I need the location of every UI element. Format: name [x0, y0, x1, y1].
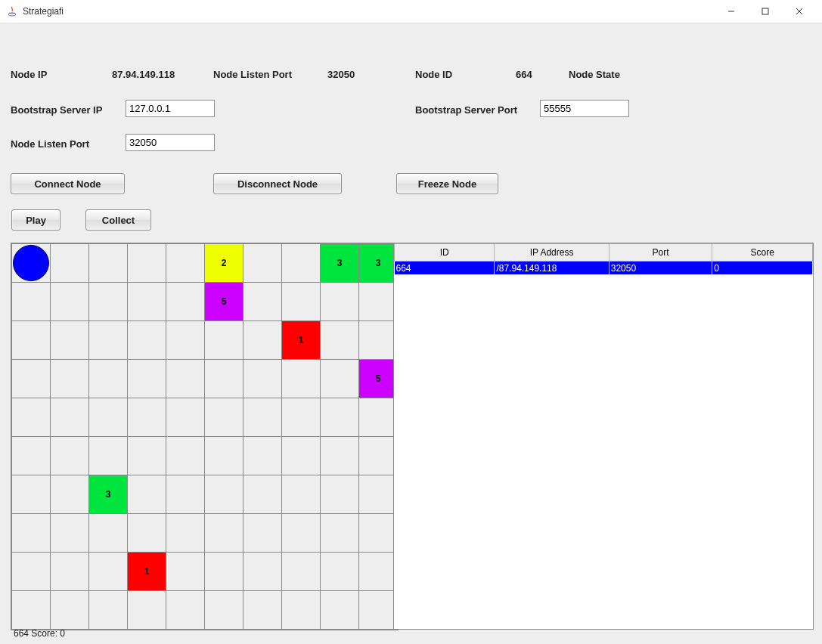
- grid-cell-value[interactable]: 2: [205, 244, 243, 283]
- grid-cell[interactable]: [12, 283, 51, 321]
- grid-cell[interactable]: [89, 244, 128, 283]
- grid-cell[interactable]: [243, 514, 282, 553]
- grid-cell[interactable]: [282, 514, 321, 553]
- grid-cell[interactable]: [128, 514, 166, 553]
- table-row[interactable]: 664/87.94.149.118320500: [395, 262, 813, 275]
- grid-cell[interactable]: [12, 398, 51, 437]
- grid-cell[interactable]: [243, 591, 282, 630]
- grid-cell[interactable]: [12, 360, 51, 398]
- table-header[interactable]: Score: [712, 244, 813, 262]
- grid-cell[interactable]: [128, 475, 166, 514]
- grid-cell[interactable]: [205, 475, 243, 514]
- grid-cell[interactable]: [282, 360, 321, 398]
- grid-cell[interactable]: [128, 398, 166, 437]
- grid-cell[interactable]: [12, 244, 51, 283]
- grid-cell[interactable]: [321, 591, 359, 630]
- minimize-button[interactable]: [714, 1, 748, 23]
- grid-cell[interactable]: [51, 553, 89, 591]
- grid-cell-value[interactable]: 1: [128, 553, 166, 591]
- grid-cell[interactable]: [282, 553, 321, 591]
- grid-cell[interactable]: [128, 244, 166, 283]
- table-header[interactable]: ID: [395, 244, 495, 262]
- collect-button[interactable]: Collect: [85, 209, 151, 231]
- close-button[interactable]: [782, 1, 816, 23]
- grid-cell[interactable]: [166, 514, 205, 553]
- grid-cell[interactable]: [166, 283, 205, 321]
- grid-cell[interactable]: [51, 244, 89, 283]
- grid-cell[interactable]: [205, 553, 243, 591]
- grid-cell[interactable]: [51, 475, 89, 514]
- table-header[interactable]: Port: [609, 244, 712, 262]
- grid-cell[interactable]: [359, 321, 398, 360]
- grid-cell[interactable]: [89, 398, 128, 437]
- grid-cell[interactable]: [243, 244, 282, 283]
- grid-cell[interactable]: [321, 514, 359, 553]
- grid-cell[interactable]: [321, 360, 359, 398]
- grid-cell-value[interactable]: 3: [89, 475, 128, 514]
- grid-cell[interactable]: [51, 398, 89, 437]
- grid-cell[interactable]: [128, 283, 166, 321]
- grid-cell[interactable]: [321, 321, 359, 360]
- grid-cell[interactable]: [321, 553, 359, 591]
- grid-cell[interactable]: [51, 437, 89, 475]
- grid-cell-value[interactable]: 3: [321, 244, 359, 283]
- bootstrap-server-ip-input[interactable]: [126, 100, 215, 117]
- grid-cell[interactable]: [12, 553, 51, 591]
- grid-cell[interactable]: [89, 514, 128, 553]
- grid-cell[interactable]: [243, 283, 282, 321]
- grid-cell[interactable]: [89, 437, 128, 475]
- grid-cell[interactable]: [89, 553, 128, 591]
- grid-cell[interactable]: [89, 591, 128, 630]
- grid-cell[interactable]: [321, 398, 359, 437]
- grid-cell[interactable]: [321, 283, 359, 321]
- grid-cell[interactable]: [282, 475, 321, 514]
- grid-cell[interactable]: [166, 475, 205, 514]
- grid-cell[interactable]: [205, 398, 243, 437]
- connect-node-button[interactable]: Connect Node: [11, 173, 125, 194]
- peer-table[interactable]: IDIP AddressPortScore 664/87.94.149.1183…: [393, 243, 814, 630]
- grid-cell[interactable]: [166, 360, 205, 398]
- grid-cell[interactable]: [128, 360, 166, 398]
- grid-cell[interactable]: [12, 321, 51, 360]
- grid-cell[interactable]: [282, 398, 321, 437]
- grid-cell[interactable]: [128, 321, 166, 360]
- grid-cell[interactable]: [51, 360, 89, 398]
- grid-cell[interactable]: [166, 321, 205, 360]
- grid-cell[interactable]: [205, 591, 243, 630]
- grid-cell[interactable]: [51, 283, 89, 321]
- grid-cell[interactable]: [282, 591, 321, 630]
- grid-cell[interactable]: [205, 514, 243, 553]
- grid-cell[interactable]: [243, 321, 282, 360]
- grid-cell[interactable]: [282, 283, 321, 321]
- grid-cell[interactable]: [359, 475, 398, 514]
- disconnect-node-button[interactable]: Disconnect Node: [213, 173, 342, 194]
- grid-cell[interactable]: [359, 437, 398, 475]
- grid-cell[interactable]: [243, 475, 282, 514]
- grid-cell[interactable]: [166, 553, 205, 591]
- grid-cell[interactable]: [359, 514, 398, 553]
- play-button[interactable]: Play: [11, 209, 60, 231]
- grid-cell[interactable]: [243, 360, 282, 398]
- grid-cell[interactable]: [243, 437, 282, 475]
- grid-cell[interactable]: [243, 398, 282, 437]
- table-header[interactable]: IP Address: [495, 244, 609, 262]
- grid-cell[interactable]: [166, 591, 205, 630]
- node-listen-port-input[interactable]: [126, 134, 215, 151]
- grid-cell[interactable]: [321, 475, 359, 514]
- grid-cell[interactable]: [51, 591, 89, 630]
- grid-cell[interactable]: [51, 514, 89, 553]
- grid-cell[interactable]: [282, 244, 321, 283]
- grid-cell[interactable]: [89, 360, 128, 398]
- grid-cell[interactable]: [128, 437, 166, 475]
- grid-cell-value[interactable]: 5: [359, 360, 398, 398]
- grid-cell-value[interactable]: 3: [359, 244, 398, 283]
- grid-cell[interactable]: [205, 360, 243, 398]
- grid-cell-value[interactable]: 5: [205, 283, 243, 321]
- grid-cell[interactable]: [12, 437, 51, 475]
- grid-cell[interactable]: [359, 591, 398, 630]
- grid-cell[interactable]: [12, 475, 51, 514]
- grid-cell[interactable]: [128, 591, 166, 630]
- grid-cell[interactable]: [205, 321, 243, 360]
- grid-cell[interactable]: [89, 321, 128, 360]
- grid-cell[interactable]: [359, 398, 398, 437]
